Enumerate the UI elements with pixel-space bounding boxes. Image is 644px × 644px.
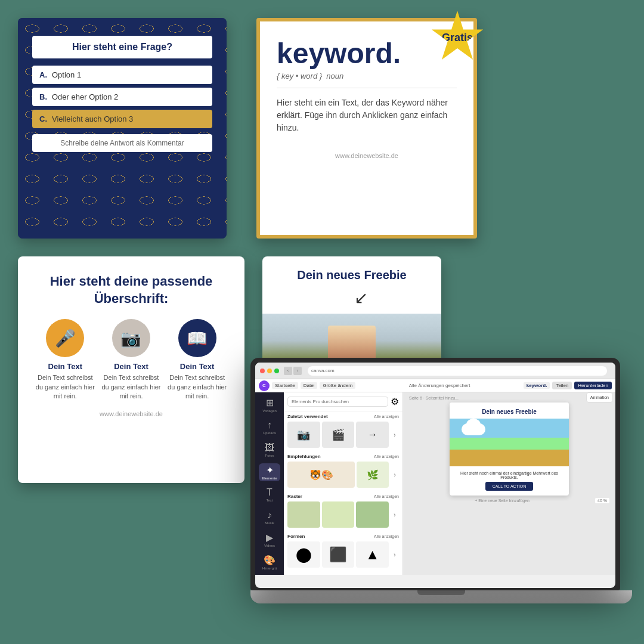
quiz-option-c-letter: C.: [39, 114, 47, 123]
sidebar-item-elements[interactable]: ✦ Elemente: [259, 463, 280, 481]
recently-used-see-all[interactable]: Alle anzeigen: [374, 414, 399, 419]
laptop-screen-inner: ‹ › canva.com C Startseite Datei Größe ä…: [255, 363, 615, 588]
features-icons-row: 🎤 Dein Text Dein Text schreibst du ganz …: [32, 319, 230, 401]
canva-sidebar: ⊞ Vorlagen ↑ Uploads 🖼 Fotos ✦ Elemente: [255, 392, 284, 575]
grids-items: ›: [287, 501, 399, 528]
shapes-header: Formen Alle anzeigen: [287, 534, 399, 539]
feature-label-1: Dein Text: [48, 362, 83, 371]
recently-used-items: 📷 🎬 → ›: [287, 422, 399, 448]
sidebar-item-templates[interactable]: ⊞ Vorlagen: [259, 396, 280, 414]
keyword-phonetic-text: { key • word }: [277, 72, 322, 80]
sidebar-item-text[interactable]: T Text: [259, 486, 280, 504]
feature-label-3: Dein Text: [180, 362, 215, 371]
grid-item-1[interactable]: [287, 501, 320, 528]
keyword-word: keyword.: [277, 39, 457, 68]
file-button[interactable]: Datei: [301, 382, 318, 389]
home-button[interactable]: Startseite: [272, 382, 298, 389]
elements-search-input[interactable]: [287, 397, 388, 407]
feature-icon-book: 📖: [178, 319, 216, 357]
resize-button[interactable]: Größe ändern: [320, 382, 355, 389]
filter-icon[interactable]: ⚙: [391, 396, 399, 407]
canvas-card-title: Dein neues Freebie: [450, 402, 569, 419]
sidebar-item-backgrounds[interactable]: 🎨 Hintergrü: [259, 553, 280, 571]
quiz-option-a-letter: A.: [39, 70, 47, 79]
recommendations-items: 🐯🎨 🌿 ›: [287, 462, 399, 488]
quiz-card: Hier steht eine Frage? A. Option 1 B. Od…: [18, 18, 227, 239]
quiz-option-c: C. Vielleicht auch Option 3: [32, 110, 212, 128]
panel-search-area: ⚙: [284, 392, 402, 411]
grid-item-2[interactable]: [322, 501, 355, 528]
canvas-bottom-bar: + Eine neue Seite hinzufügen 40 %: [407, 498, 612, 503]
grid-item-3[interactable]: [356, 501, 389, 528]
quiz-option-c-text: Vielleicht auch Option 3: [52, 114, 133, 123]
zoom-level[interactable]: 40 %: [595, 498, 609, 503]
share-button[interactable]: Teilen: [552, 382, 572, 389]
sidebar-item-music[interactable]: ♪ Musik: [259, 509, 280, 527]
fullscreen-dot[interactable]: [274, 369, 279, 373]
minimize-dot[interactable]: [267, 369, 272, 373]
features-website: www.deinewebsite.de: [32, 410, 230, 417]
sidebar-item-photos[interactable]: 🖼 Fotos: [259, 441, 280, 459]
shapes-see-all[interactable]: Alle anzeigen: [374, 534, 399, 538]
recent-item-2[interactable]: 🎬: [322, 422, 355, 448]
keyword-phonetic: { key • word } noun: [277, 72, 457, 80]
feature-desc-3: Dein Text schreibst du ganz einfach hier…: [168, 373, 227, 401]
saved-status: Alle Änderungen gespeichert: [358, 383, 521, 388]
canvas-card: Dein neues Freebie Hier steht noch einma…: [450, 402, 569, 496]
shape-triangle[interactable]: ▲: [356, 541, 389, 568]
add-page-button[interactable]: + Eine neue Seite hinzufügen: [409, 499, 595, 503]
rec-item-2[interactable]: 🌿: [357, 462, 389, 488]
feature-desc-1: Dein Text schreibst du ganz einfach hier…: [35, 373, 95, 401]
address-bar[interactable]: canva.com: [308, 366, 607, 376]
sidebar-item-videos[interactable]: ▶ Videos: [259, 531, 280, 549]
feature-desc-2: Dein Text schreibst du ganz einfach hier…: [101, 373, 161, 401]
freebie-top: Dein neues Freebie ↙: [262, 256, 441, 314]
download-button[interactable]: Herunterladen: [574, 382, 612, 389]
quiz-option-b-letter: B.: [39, 92, 47, 101]
quiz-title: Hier steht eine Frage?: [32, 36, 212, 58]
browser-navigation: ‹ ›: [284, 367, 302, 375]
keyword-divider: [277, 88, 457, 88]
rec-item-1[interactable]: 🐯🎨: [287, 462, 355, 488]
animation-panel: Animation: [586, 392, 613, 402]
shapes-scroll[interactable]: ›: [391, 541, 399, 568]
freebie-arrow: ↙: [292, 288, 429, 308]
grids-title: Raster: [287, 494, 302, 499]
forward-button[interactable]: ›: [293, 367, 302, 375]
recent-item-3[interactable]: →: [356, 422, 389, 448]
canva-toolbar: C Startseite Datei Größe ändern Alle Änd…: [255, 379, 615, 392]
quiz-option-b-text: Oder eher Option 2: [52, 92, 118, 101]
quiz-comment-prompt: Schreibe deine Antwort als Kommentar: [32, 134, 212, 152]
close-dot[interactable]: [260, 369, 265, 373]
keyword-website: www.deinewebsite.de: [277, 152, 457, 159]
project-name: keyword.: [524, 382, 550, 389]
features-title: Hier steht deine passende Überschrift:: [32, 273, 230, 307]
recommendations-see-all[interactable]: Alle anzeigen: [374, 454, 399, 459]
sidebar-item-uploads[interactable]: ↑ Uploads: [259, 419, 280, 436]
recently-used-header: Zuletzt verwendet Alle anzeigen: [287, 414, 399, 419]
feature-label-2: Dein Text: [114, 362, 148, 371]
shape-circle[interactable]: ⬤: [287, 541, 320, 568]
rec-items-scroll[interactable]: ›: [391, 462, 399, 488]
browser-body: ⊞ Vorlagen ↑ Uploads 🖼 Fotos ✦ Elemente: [255, 392, 615, 575]
grids-see-all[interactable]: Alle anzeigen: [374, 494, 399, 499]
canvas-card-body: Hier steht noch einmal der einzigartige …: [450, 466, 569, 496]
canvas-cta-button[interactable]: CALL TO ACTION: [485, 482, 534, 491]
recommendations-section: Empfehlungen Alle anzeigen 🐯🎨 🌿 ›: [284, 451, 402, 491]
keyword-pos: noun: [326, 72, 343, 80]
laptop-mockup: ‹ › canva.com C Startseite Datei Größe ä…: [250, 358, 632, 632]
laptop-notch: [417, 590, 465, 595]
laptop-screen-outer: ‹ › canva.com C Startseite Datei Größe ä…: [250, 358, 620, 590]
keyword-card: Gratis keyword. { key • word } noun Hier…: [256, 18, 477, 239]
shapes-section: Formen Alle anzeigen ⬤ ⬛ ▲ ›: [284, 531, 402, 571]
shapes-items: ⬤ ⬛ ▲ ›: [287, 541, 399, 568]
grids-scroll[interactable]: ›: [391, 501, 399, 528]
shapes-title: Formen: [287, 534, 305, 539]
recent-item-1[interactable]: 📷: [287, 422, 320, 448]
features-card: Hier steht deine passende Überschrift: 🎤…: [18, 256, 244, 483]
recommendations-title: Empfehlungen: [287, 454, 321, 459]
recent-items-scroll[interactable]: ›: [391, 422, 399, 448]
canvas-page-label: Seite 6 · Seitentitel hinzu...: [407, 396, 459, 400]
back-button[interactable]: ‹: [284, 367, 292, 375]
shape-square[interactable]: ⬛: [322, 541, 355, 568]
